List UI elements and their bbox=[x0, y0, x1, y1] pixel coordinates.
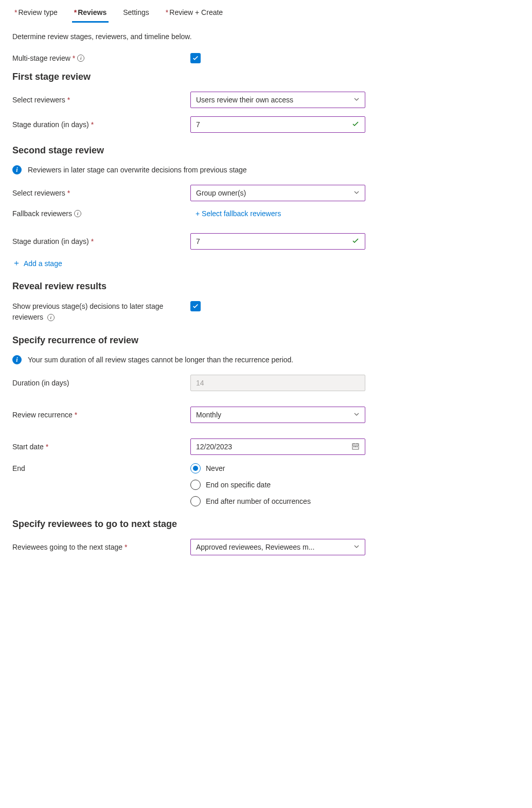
end-never-radio[interactable]: Never bbox=[190, 463, 365, 473]
first-stage-heading: First stage review bbox=[12, 72, 520, 82]
second-select-reviewers-dropdown[interactable]: Group owner(s) bbox=[190, 185, 365, 201]
tab-review-create[interactable]: *Review + Create bbox=[164, 4, 225, 23]
second-stage-info: i Reviewers in later stage can overwrite… bbox=[12, 165, 520, 174]
reviewees-next-stage-dropdown[interactable]: Approved reviewees, Reviewees m... bbox=[190, 539, 365, 555]
recurrence-heading: Specify recurrence of review bbox=[12, 335, 520, 346]
review-recurrence-dropdown[interactable]: Monthly bbox=[190, 407, 365, 423]
chevron-down-icon bbox=[353, 543, 360, 551]
duration-label: Duration (in days) bbox=[12, 379, 190, 387]
end-radio-group: Never End on specific date End after num… bbox=[190, 463, 365, 506]
next-stage-heading: Specify reviewees to go to next stage bbox=[12, 519, 520, 530]
tab-settings[interactable]: Settings bbox=[121, 4, 151, 23]
start-date-label: Start date * bbox=[12, 443, 190, 451]
duration-input: 14 bbox=[190, 375, 365, 391]
second-stage-duration-input[interactable]: 7 bbox=[190, 233, 365, 250]
calendar-icon bbox=[351, 442, 360, 452]
info-icon[interactable]: i bbox=[77, 55, 84, 62]
multi-stage-checkbox[interactable] bbox=[190, 53, 201, 63]
info-icon: i bbox=[12, 355, 22, 364]
chevron-down-icon bbox=[353, 411, 360, 419]
checkmark-icon bbox=[192, 55, 199, 62]
info-icon[interactable]: i bbox=[74, 210, 81, 217]
end-occurrences-radio[interactable]: End after number of occurrences bbox=[190, 496, 365, 506]
valid-check-icon bbox=[351, 120, 360, 130]
review-recurrence-label: Review recurrence * bbox=[12, 411, 190, 419]
second-stage-heading: Second stage review bbox=[12, 145, 520, 156]
tab-reviews[interactable]: *Reviews bbox=[72, 4, 109, 23]
end-specific-date-radio[interactable]: End on specific date bbox=[190, 480, 365, 490]
first-select-reviewers-label: Select reviewers * bbox=[12, 96, 190, 104]
svg-rect-5 bbox=[355, 446, 356, 447]
intro-text: Determine review stages, reviewers, and … bbox=[12, 32, 520, 41]
chevron-down-icon bbox=[353, 189, 360, 197]
checkmark-icon bbox=[192, 303, 199, 310]
first-select-reviewers-dropdown[interactable]: Users review their own access bbox=[190, 92, 365, 108]
recurrence-info: i Your sum duration of all review stages… bbox=[12, 355, 520, 364]
chevron-down-icon bbox=[353, 96, 360, 104]
svg-rect-4 bbox=[353, 446, 354, 447]
reveal-label: Show previous stage(s) decisions to late… bbox=[12, 301, 190, 323]
second-select-reviewers-label: Select reviewers * bbox=[12, 189, 190, 197]
tab-bar: *Review type *Reviews Settings *Review +… bbox=[0, 0, 532, 23]
add-stage-link[interactable]: ＋ Add a stage bbox=[12, 258, 62, 269]
start-date-input[interactable]: 12/20/2023 bbox=[190, 438, 365, 455]
svg-rect-6 bbox=[357, 446, 358, 447]
second-stage-duration-label: Stage duration (in days) * bbox=[12, 237, 190, 245]
end-label: End bbox=[12, 463, 190, 472]
info-icon: i bbox=[12, 165, 22, 174]
multi-stage-label: Multi-stage review * i bbox=[12, 54, 190, 62]
plus-icon: ＋ bbox=[12, 258, 21, 269]
fallback-reviewers-label: Fallback reviewers i bbox=[12, 209, 190, 218]
reveal-checkbox[interactable] bbox=[190, 301, 201, 311]
tab-review-type[interactable]: *Review type bbox=[12, 4, 60, 23]
info-icon[interactable]: i bbox=[47, 314, 55, 321]
reveal-heading: Reveal review results bbox=[12, 281, 520, 292]
valid-check-icon bbox=[351, 237, 360, 247]
first-stage-duration-input[interactable]: 7 bbox=[190, 116, 365, 133]
reviewees-next-stage-label: Reviewees going to the next stage * bbox=[12, 543, 190, 551]
first-stage-duration-label: Stage duration (in days) * bbox=[12, 120, 190, 129]
select-fallback-reviewers-link[interactable]: + Select fallback reviewers bbox=[196, 209, 281, 218]
